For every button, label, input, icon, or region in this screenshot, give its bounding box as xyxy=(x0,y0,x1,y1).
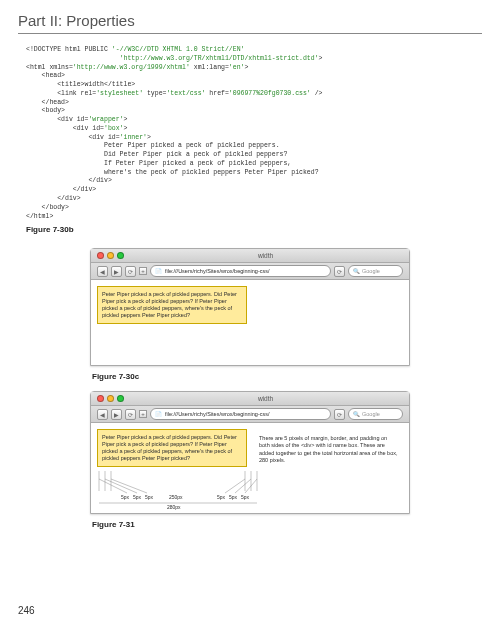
page-icon: 📄 xyxy=(155,268,162,274)
search-field[interactable]: 🔍 Google xyxy=(348,265,403,277)
url-text: file:///Users/richy/Sites/wrox/beginning… xyxy=(165,411,270,417)
close-icon[interactable] xyxy=(97,395,104,402)
close-icon[interactable] xyxy=(97,252,104,259)
browser-window-1: width ◀ ▶ ⟳ + 📄 file:///Users/richy/Site… xyxy=(90,248,410,366)
dim-250px: 250px xyxy=(169,494,183,500)
dim-5px-4: 5px xyxy=(217,494,226,500)
dim-5px-1: 5px xyxy=(121,494,130,500)
zoom-icon[interactable] xyxy=(117,395,124,402)
add-tab-button[interactable]: + xyxy=(139,410,147,418)
address-bar[interactable]: 📄 file:///Users/richy/Sites/wrox/beginni… xyxy=(150,408,331,420)
search-placeholder: Google xyxy=(362,268,380,274)
svg-line-6 xyxy=(99,479,127,493)
dim-280px: 280px xyxy=(167,504,181,510)
dim-5px-2: 5px xyxy=(133,494,142,500)
forward-button[interactable]: ▶ xyxy=(111,266,122,277)
search-placeholder: Google xyxy=(362,411,380,417)
window-title: width xyxy=(128,252,403,259)
search-field[interactable]: 🔍 Google xyxy=(348,408,403,420)
back-button[interactable]: ◀ xyxy=(97,266,108,277)
address-bar[interactable]: 📄 file:///Users/richy/Sites/wrox/beginni… xyxy=(150,265,331,277)
browser-viewport: Peter Piper picked a peck of pickled pep… xyxy=(91,280,409,365)
search-icon: 🔍 xyxy=(353,268,360,274)
browser-titlebar: width xyxy=(91,249,409,263)
browser-titlebar: width xyxy=(91,392,409,406)
svg-line-7 xyxy=(105,479,137,493)
browser-viewport: Peter Piper picked a peck of pickled pep… xyxy=(91,423,409,513)
content-box: Peter Piper picked a peck of pickled pep… xyxy=(97,286,247,324)
figure-label-30c: Figure 7-30c xyxy=(92,372,482,381)
reader-button[interactable]: ⟳ xyxy=(334,409,345,420)
dimension-diagram: 5px 5px 5px 250px 5px 5px 5px 280px xyxy=(97,471,297,511)
reload-button[interactable]: ⟳ xyxy=(125,409,136,420)
dim-5px-6: 5px xyxy=(241,494,250,500)
figure-label-30b: Figure 7-30b xyxy=(26,225,482,234)
browser-toolbar: ◀ ▶ ⟳ + 📄 file:///Users/richy/Sites/wrox… xyxy=(91,263,409,280)
window-controls xyxy=(97,395,124,402)
minimize-icon[interactable] xyxy=(107,252,114,259)
figure-label-31: Figure 7-31 xyxy=(92,520,482,529)
reader-button[interactable]: ⟳ xyxy=(334,266,345,277)
code-listing: <!DOCTYPE html PUBLIC '-//W3C//DTD XHTML… xyxy=(26,46,482,221)
svg-line-10 xyxy=(235,479,251,493)
window-controls xyxy=(97,252,124,259)
window-title: width xyxy=(128,395,403,402)
search-icon: 🔍 xyxy=(353,411,360,417)
forward-button[interactable]: ▶ xyxy=(111,409,122,420)
zoom-icon[interactable] xyxy=(117,252,124,259)
browser-window-2: width ◀ ▶ ⟳ + 📄 file:///Users/richy/Site… xyxy=(90,391,410,514)
dim-5px-3: 5px xyxy=(145,494,154,500)
back-button[interactable]: ◀ xyxy=(97,409,108,420)
page-title: Part II: Properties xyxy=(18,12,482,34)
page-icon: 📄 xyxy=(155,411,162,417)
url-text: file:///Users/richy/Sites/wrox/beginning… xyxy=(165,268,270,274)
reload-button[interactable]: ⟳ xyxy=(125,266,136,277)
svg-line-8 xyxy=(111,479,147,493)
page-number: 246 xyxy=(18,605,35,616)
dim-5px-5: 5px xyxy=(229,494,238,500)
browser-toolbar: ◀ ▶ ⟳ + 📄 file:///Users/richy/Sites/wrox… xyxy=(91,406,409,423)
add-tab-button[interactable]: + xyxy=(139,267,147,275)
annotation-text: There are 5 pixels of margin, border, an… xyxy=(259,435,399,464)
content-box: Peter Piper picked a peck of pickled pep… xyxy=(97,429,247,467)
minimize-icon[interactable] xyxy=(107,395,114,402)
svg-line-9 xyxy=(225,479,245,493)
